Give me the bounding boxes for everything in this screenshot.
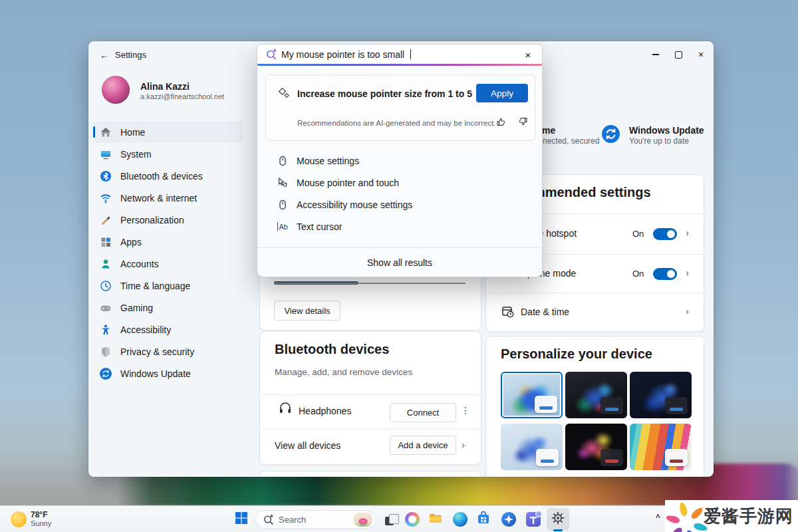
sidebar-item-label: Privacy & security bbox=[120, 346, 194, 357]
settings-taskbar-button[interactable] bbox=[547, 508, 569, 531]
mouse-icon bbox=[277, 155, 289, 167]
view-all-devices-link[interactable]: View all devices bbox=[275, 440, 340, 451]
apply-button[interactable]: Apply bbox=[476, 84, 528, 102]
ai-recommendation-card: Increase mouse pointer size from 1 to 5 … bbox=[265, 74, 535, 141]
search-result-accessibility-mouse[interactable]: Accessibility mouse settings bbox=[257, 194, 542, 215]
watermark-flower-logo bbox=[667, 498, 702, 532]
bluetooth-chevron-icon[interactable]: › bbox=[462, 439, 465, 450]
wallpaper-thumbnail[interactable] bbox=[630, 372, 692, 418]
start-button[interactable] bbox=[232, 510, 251, 529]
theme-preview-flyout bbox=[600, 449, 623, 466]
theme-preview-flyout bbox=[665, 397, 688, 414]
sidebar-item-home[interactable]: Home bbox=[93, 121, 243, 143]
thumbs-up-icon[interactable] bbox=[496, 116, 508, 128]
avatar[interactable] bbox=[102, 76, 130, 104]
search-results: Mouse settings Mouse pointer and touch A… bbox=[257, 150, 542, 237]
maximize-button[interactable] bbox=[668, 47, 689, 63]
bluetooth-card-title: Bluetooth devices bbox=[275, 342, 389, 357]
thumbs-down-icon[interactable] bbox=[517, 116, 529, 128]
minimize-icon bbox=[652, 54, 659, 55]
weather-condition: Sunny bbox=[31, 519, 51, 527]
watermark-text: 爱酱手游网 bbox=[704, 505, 793, 528]
task-view-icon bbox=[383, 512, 399, 527]
row-chevron-icon[interactable]: › bbox=[686, 267, 689, 278]
back-button[interactable]: ← bbox=[97, 48, 112, 63]
search-result-text-cursor[interactable]: Ab Text cursor bbox=[257, 215, 542, 237]
sidebar-item-apps[interactable]: Apps bbox=[93, 231, 243, 253]
sidebar-item-label: Apps bbox=[120, 237, 142, 247]
wallpaper-thumbnail[interactable] bbox=[565, 372, 627, 418]
apps-icon bbox=[100, 236, 112, 248]
sidebar-item-network[interactable]: Network & internet bbox=[93, 187, 243, 209]
watermark-banner: 爱酱手游网 bbox=[665, 500, 798, 532]
sidebar-item-accounts[interactable]: Accounts bbox=[93, 253, 243, 275]
back-arrow-icon: ← bbox=[100, 50, 109, 61]
wallpaper-thumbnail[interactable] bbox=[565, 424, 627, 470]
paintbrush-icon bbox=[100, 214, 112, 226]
windows-update-icon bbox=[602, 125, 620, 143]
desktop: ← Settings × Alina Kazzi a.kazzi@fineart… bbox=[0, 0, 798, 532]
search-query-text: My mouse pointer is too small bbox=[281, 49, 404, 60]
task-view-button[interactable] bbox=[382, 510, 400, 529]
microsoft-store-button[interactable] bbox=[474, 510, 493, 529]
airplane-mode-toggle[interactable] bbox=[653, 268, 677, 280]
m365-copilot-button[interactable] bbox=[499, 510, 518, 529]
sidebar-item-label: Windows Update bbox=[120, 368, 191, 379]
edge-button[interactable] bbox=[451, 510, 469, 529]
personalize-title: Personalize your device bbox=[501, 346, 652, 362]
device-more-button[interactable]: ⋮ bbox=[461, 405, 470, 416]
clock-icon bbox=[100, 280, 112, 292]
windows-update-tile-title[interactable]: Windows Update bbox=[629, 125, 704, 136]
settings-active-indicator bbox=[553, 529, 563, 531]
row-chevron-icon[interactable]: › bbox=[686, 305, 689, 317]
windows-logo-icon bbox=[235, 511, 248, 527]
copilot-button[interactable] bbox=[403, 510, 422, 529]
file-explorer-button[interactable] bbox=[426, 510, 445, 529]
view-details-button[interactable]: View details bbox=[274, 301, 340, 321]
sidebar-item-personalization[interactable]: Personalization bbox=[93, 209, 243, 231]
copilot-search-icon bbox=[265, 48, 278, 63]
search-input[interactable]: My mouse pointer is too small × bbox=[257, 45, 542, 64]
close-icon: × bbox=[525, 49, 531, 61]
sidebar-item-system[interactable]: System bbox=[93, 143, 243, 165]
connect-button[interactable]: Connect bbox=[390, 403, 456, 422]
show-all-results-link[interactable]: Show all results bbox=[257, 257, 542, 268]
edge-icon bbox=[453, 512, 467, 527]
wallpaper-thumbnail-selected[interactable] bbox=[501, 372, 563, 418]
gear-icon bbox=[551, 511, 565, 528]
add-device-button[interactable]: Add a device bbox=[390, 436, 456, 455]
close-search-button[interactable]: × bbox=[521, 48, 535, 61]
window-title: Settings bbox=[115, 50, 146, 60]
row-label[interactable]: Date & time bbox=[521, 307, 569, 317]
minimize-button[interactable] bbox=[645, 47, 666, 63]
sidebar-item-privacy[interactable]: Privacy & security bbox=[93, 340, 243, 362]
teams-button[interactable] bbox=[524, 510, 543, 529]
sidebar: Home System Bluetooth & devices Network … bbox=[93, 121, 243, 384]
search-icon bbox=[263, 513, 275, 528]
close-window-button[interactable]: × bbox=[690, 47, 712, 63]
update-icon bbox=[100, 368, 112, 380]
wallpaper-thumbnail[interactable] bbox=[630, 424, 692, 470]
search-accent-underline bbox=[257, 64, 542, 66]
toggle-state-label: On bbox=[632, 269, 644, 279]
tray-chevron-icon[interactable]: ^ bbox=[656, 513, 660, 522]
search-dropdown: My mouse pointer is too small × Increase… bbox=[257, 44, 543, 277]
network-name: me bbox=[542, 125, 555, 136]
search-result-mouse-settings[interactable]: Mouse settings bbox=[257, 150, 542, 172]
gamepad-icon bbox=[100, 302, 112, 314]
sidebar-item-bluetooth[interactable]: Bluetooth & devices bbox=[93, 165, 243, 187]
theme-preview-flyout bbox=[665, 449, 688, 466]
results-divider bbox=[257, 247, 542, 248]
sidebar-item-label: Personalization bbox=[120, 215, 184, 225]
theme-preview-flyout bbox=[600, 397, 623, 414]
wallpaper-thumbnail[interactable] bbox=[501, 424, 563, 470]
mobile-hotspot-toggle[interactable] bbox=[653, 228, 677, 240]
sidebar-item-accessibility[interactable]: Accessibility bbox=[93, 319, 243, 340]
sidebar-item-time-language[interactable]: Time & language bbox=[93, 275, 243, 297]
recommendation-title: Increase mouse pointer size from 1 to 5 bbox=[297, 88, 472, 99]
sidebar-item-gaming[interactable]: Gaming bbox=[93, 297, 243, 319]
row-chevron-icon[interactable]: › bbox=[686, 227, 689, 238]
taskbar-search[interactable]: Search bbox=[255, 510, 376, 529]
search-result-mouse-pointer-touch[interactable]: Mouse pointer and touch bbox=[257, 172, 542, 194]
sidebar-item-windows-update[interactable]: Windows Update bbox=[93, 362, 243, 384]
